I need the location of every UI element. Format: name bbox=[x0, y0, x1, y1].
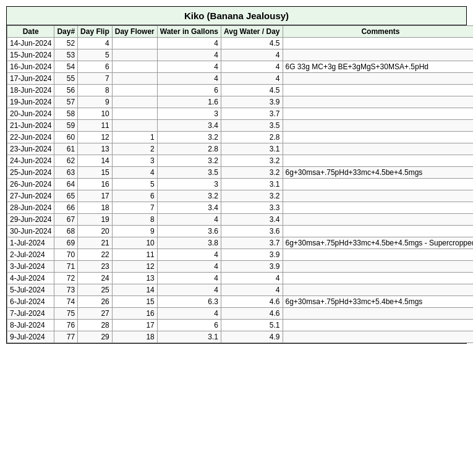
cell-comment: 6g+30msa+.75pHd+33mc+4.5be+4.5mgs bbox=[283, 167, 473, 179]
cell-water: 4 bbox=[157, 308, 221, 320]
cell-date: 30-Jun-2024 bbox=[7, 226, 54, 237]
spreadsheet: Kiko (Banana Jealousy) Date Day# Day Fli… bbox=[6, 6, 467, 344]
cell-flower: 18 bbox=[112, 331, 157, 343]
cell-flower: 15 bbox=[112, 296, 157, 308]
cell-day: 74 bbox=[54, 296, 78, 308]
cell-flip: 8 bbox=[78, 85, 113, 96]
cell-flower bbox=[112, 108, 157, 120]
table-row: 5-Jul-202473251444 bbox=[7, 284, 474, 296]
cell-avg: 4.5 bbox=[221, 38, 283, 49]
cell-flip: 15 bbox=[78, 167, 113, 179]
cell-water: 3.2 bbox=[157, 155, 221, 167]
cell-flower: 16 bbox=[112, 308, 157, 320]
cell-flip: 22 bbox=[78, 249, 113, 261]
table-row: 4-Jul-202472241344 bbox=[7, 273, 474, 284]
cell-water: 6 bbox=[157, 320, 221, 331]
header-flower: Day Flower bbox=[112, 26, 157, 38]
cell-avg: 3.2 bbox=[221, 190, 283, 202]
cell-date: 3-Jul-2024 bbox=[7, 261, 54, 273]
cell-water: 3.1 bbox=[157, 331, 221, 343]
cell-flower: 11 bbox=[112, 249, 157, 261]
cell-comment: 6g+30msa+.75pHd+33mc+5.4be+4.5mgs bbox=[283, 296, 473, 308]
table-row: 9-Jul-20247729183.14.9 bbox=[7, 331, 474, 343]
cell-avg: 2.8 bbox=[221, 132, 283, 143]
table-row: 29-Jun-20246719843.4 bbox=[7, 214, 474, 226]
cell-comment: 6G 33g MC+3g BE+3gMgS+30MSA+.5pHd bbox=[283, 61, 473, 73]
cell-avg: 3.7 bbox=[221, 108, 283, 120]
cell-water: 4 bbox=[157, 61, 221, 73]
cell-day: 57 bbox=[54, 96, 78, 108]
cell-flower: 1 bbox=[112, 132, 157, 143]
cell-water: 4 bbox=[157, 49, 221, 61]
cell-date: 8-Jul-2024 bbox=[7, 320, 54, 331]
cell-date: 15-Jun-2024 bbox=[7, 49, 54, 61]
table-row: 6-Jul-20247426156.34.66g+30msa+.75pHd+33… bbox=[7, 296, 474, 308]
header-water: Water in Gallons bbox=[157, 26, 221, 38]
table-row: 26-Jun-20246416533.1 bbox=[7, 179, 474, 190]
table-row: 7-Jul-202475271644.6 bbox=[7, 308, 474, 320]
table-row: 27-Jun-2024651763.23.2 bbox=[7, 190, 474, 202]
cell-flip: 19 bbox=[78, 214, 113, 226]
cell-flip: 28 bbox=[78, 320, 113, 331]
cell-water: 3.4 bbox=[157, 120, 221, 132]
table-row: 17-Jun-202455744 bbox=[7, 73, 474, 85]
cell-date: 21-Jun-2024 bbox=[7, 120, 54, 132]
cell-day: 73 bbox=[54, 284, 78, 296]
cell-date: 18-Jun-2024 bbox=[7, 85, 54, 96]
cell-flip: 12 bbox=[78, 132, 113, 143]
cell-flower: 2 bbox=[112, 143, 157, 155]
cell-avg: 3.9 bbox=[221, 96, 283, 108]
cell-date: 2-Jul-2024 bbox=[7, 249, 54, 261]
table-row: 25-Jun-2024631543.53.26g+30msa+.75pHd+33… bbox=[7, 167, 474, 179]
table-row: 30-Jun-2024682093.63.6 bbox=[7, 226, 474, 237]
cell-flower: 12 bbox=[112, 261, 157, 273]
cell-comment bbox=[283, 273, 473, 284]
cell-comment bbox=[283, 85, 473, 96]
cell-flower bbox=[112, 120, 157, 132]
cell-flip: 21 bbox=[78, 237, 113, 249]
cell-flip: 23 bbox=[78, 261, 113, 273]
cell-day: 75 bbox=[54, 308, 78, 320]
cell-date: 23-Jun-2024 bbox=[7, 143, 54, 155]
cell-date: 24-Jun-2024 bbox=[7, 155, 54, 167]
cell-date: 19-Jun-2024 bbox=[7, 96, 54, 108]
cell-flower: 8 bbox=[112, 214, 157, 226]
cell-day: 56 bbox=[54, 85, 78, 96]
cell-water: 3.2 bbox=[157, 190, 221, 202]
table-row: 23-Jun-2024611322.83.1 bbox=[7, 143, 474, 155]
cell-water: 3.6 bbox=[157, 226, 221, 237]
cell-day: 67 bbox=[54, 214, 78, 226]
cell-avg: 3.5 bbox=[221, 120, 283, 132]
cell-flip: 9 bbox=[78, 96, 113, 108]
cell-date: 9-Jul-2024 bbox=[7, 331, 54, 343]
table-row: 14-Jun-202452444.5 bbox=[7, 38, 474, 49]
cell-day: 54 bbox=[54, 61, 78, 73]
header-comments: Comments bbox=[283, 26, 473, 38]
cell-date: 5-Jul-2024 bbox=[7, 284, 54, 296]
cell-flip: 27 bbox=[78, 308, 113, 320]
cell-comment bbox=[283, 190, 473, 202]
cell-water: 4 bbox=[157, 38, 221, 49]
cell-day: 77 bbox=[54, 331, 78, 343]
cell-water: 3.5 bbox=[157, 167, 221, 179]
cell-avg: 3.6 bbox=[221, 226, 283, 237]
table-row: 20-Jun-2024581033.7 bbox=[7, 108, 474, 120]
cell-avg: 4 bbox=[221, 49, 283, 61]
cell-avg: 3.2 bbox=[221, 167, 283, 179]
cell-water: 4 bbox=[157, 249, 221, 261]
cell-flip: 10 bbox=[78, 108, 113, 120]
cell-date: 1-Jul-2024 bbox=[7, 237, 54, 249]
cell-comment bbox=[283, 202, 473, 214]
cell-day: 66 bbox=[54, 202, 78, 214]
cell-day: 76 bbox=[54, 320, 78, 331]
cell-comment bbox=[283, 132, 473, 143]
cell-water: 6.3 bbox=[157, 296, 221, 308]
table-row: 3-Jul-202471231243.9 bbox=[7, 261, 474, 273]
cell-flip: 20 bbox=[78, 226, 113, 237]
cell-day: 71 bbox=[54, 261, 78, 273]
cell-avg: 5.1 bbox=[221, 320, 283, 331]
cell-flower bbox=[112, 85, 157, 96]
cell-flower: 3 bbox=[112, 155, 157, 167]
spreadsheet-title: Kiko (Banana Jealousy) bbox=[7, 7, 466, 25]
cell-comment bbox=[283, 249, 473, 261]
